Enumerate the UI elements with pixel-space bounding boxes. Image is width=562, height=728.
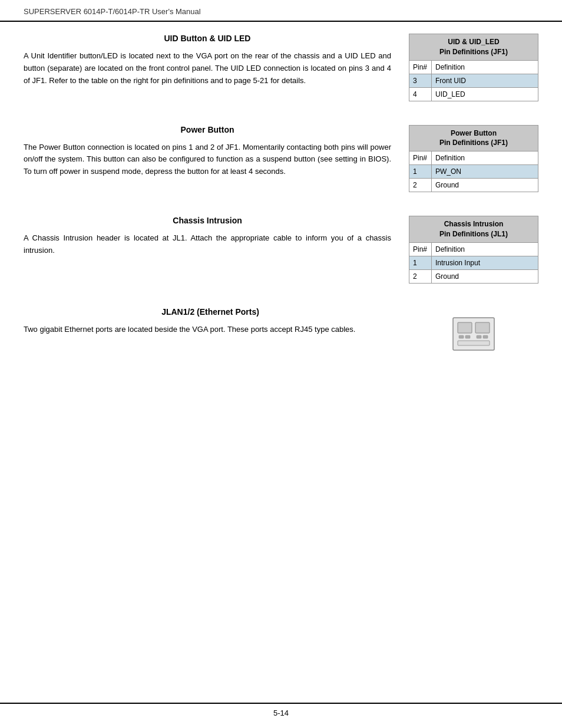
table-uid-col-headers: Pin#Definition xyxy=(409,61,538,74)
svg-rect-1 xyxy=(458,322,472,333)
section-power-title: Power Button xyxy=(24,125,391,134)
col-header-pin: Pin# xyxy=(409,243,432,256)
table-power-col-headers: Pin#Definition xyxy=(409,151,538,165)
col-header-def: Definition xyxy=(432,151,538,164)
page-wrapper: SUPERSERVER 6014P-T/6014P-TR User's Manu… xyxy=(0,0,562,728)
table-uid-pin-1: 4 xyxy=(409,88,432,101)
header-title: SUPERSERVER 6014P-T/6014P-TR User's Manu… xyxy=(24,7,201,16)
col-header-def: Definition xyxy=(432,243,538,256)
page-header: SUPERSERVER 6014P-T/6014P-TR User's Manu… xyxy=(0,0,562,22)
table-uid-def-1: UID_LED xyxy=(432,88,538,101)
table-chassis-row-0: 1Intrusion Input xyxy=(409,256,538,270)
section-power-body: The Power Button connection is located o… xyxy=(24,141,391,178)
jlan-title: JLAN1/2 (Ethernet Ports) xyxy=(24,307,397,317)
svg-rect-7 xyxy=(458,341,490,345)
ethernet-port-icon xyxy=(447,313,500,354)
section-uid-left: UID Button & UID LEDA Unit Identifier bu… xyxy=(24,34,397,101)
table-chassis-row-1: 2Ground xyxy=(409,270,538,283)
svg-rect-5 xyxy=(477,335,481,338)
section-chassis-title: Chassis Intrusion xyxy=(24,216,391,225)
table-power-def-0: PW_ON xyxy=(432,165,538,178)
table-chassis-def-0: Intrusion Input xyxy=(432,256,538,269)
section-chassis: Chassis IntrusionA Chassis Intrusion hea… xyxy=(24,216,538,284)
table-chassis: Chassis IntrusionPin Definitions (JL1)Pi… xyxy=(409,216,538,284)
svg-rect-4 xyxy=(465,335,470,338)
page-number: 5-14 xyxy=(273,709,289,717)
table-uid-def-0: Front UID xyxy=(432,74,538,87)
table-uid-title: UID & UID_LEDPin Definitions (JF1) xyxy=(409,34,538,61)
section-chassis-body: A Chassis Intrusion header is located at… xyxy=(24,232,391,257)
table-chassis-col-headers: Pin#Definition xyxy=(409,243,538,256)
section-chassis-right: Chassis IntrusionPin Definitions (JL1)Pi… xyxy=(409,216,538,284)
svg-rect-6 xyxy=(483,335,488,338)
section-power-right: Power ButtonPin Definitions (JF1)Pin#Def… xyxy=(409,125,538,193)
section-uid-title: UID Button & UID LED xyxy=(24,34,391,43)
jlan-section: JLAN1/2 (Ethernet Ports) Two gigabit Eth… xyxy=(24,307,538,354)
table-power-row-0: 1PW_ON xyxy=(409,165,538,179)
svg-rect-3 xyxy=(459,335,464,338)
table-uid-row-1: 4UID_LED xyxy=(409,88,538,101)
jlan-body: Two gigabit Ethernet ports are located b… xyxy=(24,324,397,336)
table-chassis-pin-0: 1 xyxy=(409,256,432,269)
table-chassis-pin-1: 2 xyxy=(409,270,432,283)
sections-container: UID Button & UID LEDA Unit Identifier bu… xyxy=(24,34,538,284)
table-power-row-1: 2Ground xyxy=(409,179,538,192)
table-uid: UID & UID_LEDPin Definitions (JF1)Pin#De… xyxy=(409,34,538,101)
table-uid-pin-0: 3 xyxy=(409,74,432,87)
jlan-right xyxy=(409,307,538,354)
section-power: Power ButtonThe Power Button connection … xyxy=(24,125,538,193)
col-header-def: Definition xyxy=(432,61,538,74)
section-chassis-left: Chassis IntrusionA Chassis Intrusion hea… xyxy=(24,216,397,284)
table-power-pin-1: 2 xyxy=(409,179,432,192)
table-power: Power ButtonPin Definitions (JF1)Pin#Def… xyxy=(409,125,538,193)
jlan-left: JLAN1/2 (Ethernet Ports) Two gigabit Eth… xyxy=(24,307,397,354)
table-power-pin-0: 1 xyxy=(409,165,432,178)
section-uid: UID Button & UID LEDA Unit Identifier bu… xyxy=(24,34,538,101)
table-uid-row-0: 3Front UID xyxy=(409,74,538,88)
col-header-pin: Pin# xyxy=(409,61,432,74)
svg-rect-2 xyxy=(475,322,490,333)
section-uid-right: UID & UID_LEDPin Definitions (JF1)Pin#De… xyxy=(409,34,538,101)
table-chassis-title: Chassis IntrusionPin Definitions (JL1) xyxy=(409,216,538,243)
section-uid-body: A Unit Identifier button/LED is located … xyxy=(24,50,391,87)
col-header-pin: Pin# xyxy=(409,151,432,164)
table-power-def-1: Ground xyxy=(432,179,538,192)
main-content: UID Button & UID LEDA Unit Identifier bu… xyxy=(0,22,562,413)
table-power-title: Power ButtonPin Definitions (JF1) xyxy=(409,126,538,152)
page-footer: 5-14 xyxy=(0,703,562,717)
section-power-left: Power ButtonThe Power Button connection … xyxy=(24,125,397,193)
table-chassis-def-1: Ground xyxy=(432,270,538,283)
